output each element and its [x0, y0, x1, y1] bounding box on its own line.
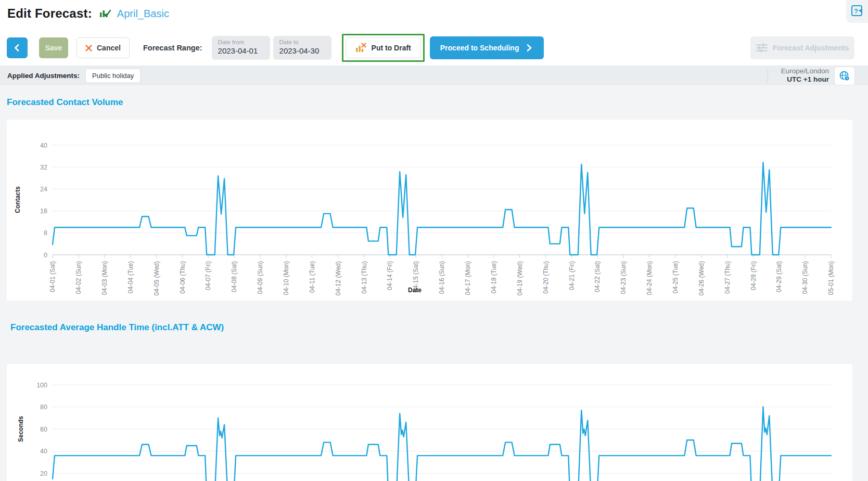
svg-text:04-08 (Sat): 04-08 (Sat): [231, 261, 238, 292]
svg-text:04-09 (Sun): 04-09 (Sun): [257, 261, 264, 294]
save-button[interactable]: Save: [39, 37, 68, 58]
svg-text:24: 24: [40, 186, 47, 193]
svg-text:0: 0: [44, 252, 47, 259]
svg-text:04-27 (Thu): 04-27 (Thu): [724, 261, 731, 294]
svg-text:16: 16: [40, 207, 47, 215]
applied-adjustments-bar: Applied Adjustments: Public holiday Euro…: [0, 66, 868, 85]
svg-text:04-26 (Wed): 04-26 (Wed): [698, 261, 705, 295]
proceed-to-scheduling-button[interactable]: Proceed to Scheduling: [430, 36, 544, 59]
svg-text:04-30 (Sun): 04-30 (Sun): [801, 261, 809, 294]
sliders-icon: [756, 43, 768, 53]
divider: [768, 68, 768, 83]
page-header: Edit Forecast: April_Basic ?: [0, 0, 868, 30]
svg-text:04-28 (Fri): 04-28 (Fri): [750, 261, 757, 290]
svg-text:04-19 (Wed): 04-19 (Wed): [516, 261, 524, 295]
svg-text:04-06 (Thu): 04-06 (Thu): [179, 261, 186, 294]
svg-text:04-03 (Mon): 04-03 (Mon): [101, 261, 108, 295]
svg-text:20: 20: [40, 470, 47, 477]
svg-text:04-21 (Fri): 04-21 (Fri): [568, 261, 576, 290]
svg-text:?: ?: [854, 7, 858, 15]
svg-text:04-11 (Tue): 04-11 (Tue): [309, 261, 316, 293]
contact-volume-card: 403224168004-01 (Sat)04-02 (Sun)04-03 (M…: [7, 120, 852, 301]
svg-text:04-20 (Thu): 04-20 (Thu): [542, 261, 550, 294]
toolbar: Save Cancel Forecast Range: Date from 20…: [0, 30, 868, 66]
svg-text:04-29 (Sat): 04-29 (Sat): [775, 261, 783, 292]
page-title: Edit Forecast:: [7, 6, 92, 21]
svg-text:04-24 (Mon): 04-24 (Mon): [646, 261, 653, 295]
svg-text:04-02 (Sun): 04-02 (Sun): [75, 261, 82, 294]
annotation-highlight-box: Put to Draft: [342, 34, 425, 62]
globe-icon: [839, 70, 850, 82]
date-from-field[interactable]: Date from 2023-04-01: [212, 36, 270, 60]
svg-text:04-16 (Sun): 04-16 (Sun): [438, 261, 445, 294]
svg-text:60: 60: [40, 426, 47, 433]
aht-chart: 10080604020Seconds: [7, 364, 852, 481]
svg-text:04-10 (Mon): 04-10 (Mon): [283, 261, 290, 295]
svg-text:04-22 (Sat): 04-22 (Sat): [594, 261, 601, 292]
svg-text:100: 100: [36, 382, 47, 389]
put-to-draft-button[interactable]: Put to Draft: [346, 37, 421, 58]
help-panel: ?: [846, 0, 868, 23]
svg-text:40: 40: [40, 448, 47, 455]
chart-x-icon: [355, 43, 366, 53]
forecast-range-label: Forecast Range:: [143, 44, 202, 52]
timezone-info: Europe/London UTC +1 hour: [781, 67, 829, 84]
svg-text:8: 8: [44, 229, 47, 237]
svg-text:04-07 (Fri): 04-07 (Fri): [205, 261, 212, 290]
svg-text:Contacts: Contacts: [14, 186, 21, 213]
date-to-field[interactable]: Date to 2023-04-30: [273, 36, 331, 60]
cancel-button[interactable]: Cancel: [76, 37, 130, 58]
forecast-adjustments-button[interactable]: Forecast Adjustments: [750, 36, 854, 59]
svg-text:04-17 (Mon): 04-17 (Mon): [464, 261, 471, 295]
chevron-right-icon: [525, 44, 533, 52]
svg-text:04-14 (Fri): 04-14 (Fri): [386, 261, 393, 290]
svg-text:04-04 (Tue): 04-04 (Tue): [127, 261, 134, 293]
svg-text:04-05 (Wed): 04-05 (Wed): [153, 261, 160, 295]
svg-text:32: 32: [40, 164, 47, 171]
back-button[interactable]: [7, 37, 28, 58]
forecast-chart-icon: [99, 8, 112, 19]
date-to-value: 2023-04-30: [279, 46, 331, 55]
svg-text:05-01 (Mon): 05-01 (Mon): [827, 261, 835, 295]
contact-volume-title: Forecasted Contact Volume: [7, 97, 123, 108]
date-from-value: 2023-04-01: [218, 46, 270, 55]
adjustment-chip[interactable]: Public holiday: [86, 69, 140, 82]
help-icon[interactable]: ?: [850, 4, 864, 18]
aht-card: 10080604020Seconds: [7, 364, 852, 481]
contact-volume-chart: 403224168004-01 (Sat)04-02 (Sun)04-03 (M…: [7, 120, 852, 301]
svg-text:04-23 (Sun): 04-23 (Sun): [620, 261, 627, 294]
timezone-region: Europe/London: [781, 67, 829, 75]
svg-text:80: 80: [40, 404, 47, 411]
svg-text:40: 40: [40, 142, 47, 149]
svg-text:Seconds: Seconds: [17, 416, 24, 442]
svg-text:04-01 (Sat): 04-01 (Sat): [49, 261, 56, 292]
aht-title: Forecasted Average Handle Time (incl.ATT…: [10, 322, 224, 333]
applied-adjustments-label: Applied Adjustments:: [7, 72, 80, 80]
svg-text:04-12 (Wed): 04-12 (Wed): [335, 261, 342, 295]
svg-text:04-18 (Tue): 04-18 (Tue): [490, 261, 497, 293]
timezone-globe-button[interactable]: [834, 67, 855, 85]
chevron-left-icon: [12, 43, 22, 53]
svg-text:04-13 (Thu): 04-13 (Thu): [361, 261, 368, 294]
svg-text:04-25 (Tue): 04-25 (Tue): [672, 261, 679, 293]
timezone-offset: UTC +1 hour: [781, 75, 829, 84]
close-x-icon: [85, 45, 92, 51]
svg-text:Date: Date: [408, 287, 422, 294]
forecast-name-link[interactable]: April_Basic: [117, 8, 169, 20]
